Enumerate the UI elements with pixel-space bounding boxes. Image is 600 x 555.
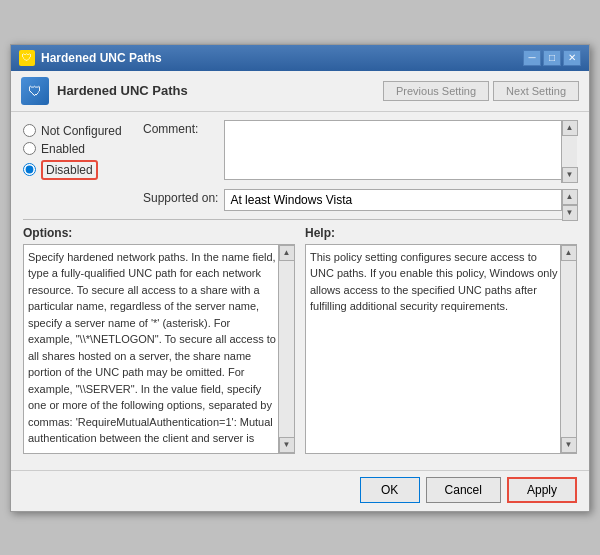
title-bar: 🛡 Hardened UNC Paths ─ □ ✕ bbox=[11, 45, 589, 71]
radio-enabled[interactable]: Enabled bbox=[23, 142, 133, 156]
radio-not-configured-label: Not Configured bbox=[41, 124, 122, 138]
radio-not-configured-input[interactable] bbox=[23, 124, 36, 137]
comment-textarea[interactable] bbox=[224, 120, 577, 180]
help-scroll-down[interactable]: ▼ bbox=[561, 437, 577, 453]
help-box: This policy setting configures secure ac… bbox=[305, 244, 577, 454]
help-content: This policy setting configures secure ac… bbox=[310, 249, 572, 449]
comment-row: Comment: ▲ ▼ bbox=[143, 120, 577, 183]
content-area: Not Configured Enabled Disabled Comment: bbox=[11, 112, 589, 470]
window-title: Hardened UNC Paths bbox=[41, 51, 162, 65]
next-setting-button[interactable]: Next Setting bbox=[493, 81, 579, 101]
help-scroll-track bbox=[561, 261, 576, 437]
maximize-button[interactable]: □ bbox=[543, 50, 561, 66]
two-column: Options: Specify hardened network paths.… bbox=[23, 226, 577, 454]
ok-button[interactable]: OK bbox=[360, 477, 420, 503]
supported-value: At least Windows Vista bbox=[224, 189, 577, 211]
comment-container: ▲ ▼ bbox=[224, 120, 577, 183]
radio-group: Not Configured Enabled Disabled bbox=[23, 120, 133, 211]
options-column: Options: Specify hardened network paths.… bbox=[23, 226, 295, 454]
main-window: 🛡 Hardened UNC Paths ─ □ ✕ 🛡 Hardened UN… bbox=[10, 44, 590, 512]
header-bar: 🛡 Hardened UNC Paths Previous Setting Ne… bbox=[11, 71, 589, 112]
scroll-track bbox=[562, 136, 577, 167]
comment-label: Comment: bbox=[143, 120, 218, 136]
comment-scrollbar[interactable]: ▲ ▼ bbox=[561, 120, 577, 183]
header-title: Hardened UNC Paths bbox=[57, 83, 188, 98]
title-bar-left: 🛡 Hardened UNC Paths bbox=[19, 50, 162, 66]
options-header: Options: bbox=[23, 226, 295, 240]
radio-enabled-input[interactable] bbox=[23, 142, 36, 155]
scroll-up-arrow[interactable]: ▲ bbox=[562, 120, 578, 136]
header-buttons: Previous Setting Next Setting bbox=[383, 81, 579, 101]
title-controls: ─ □ ✕ bbox=[523, 50, 581, 66]
window-body: Not Configured Enabled Disabled Comment: bbox=[11, 112, 589, 511]
radio-enabled-label: Enabled bbox=[41, 142, 85, 156]
window-icon: 🛡 bbox=[19, 50, 35, 66]
supported-row: Supported on: At least Windows Vista ▲ ▼ bbox=[143, 189, 577, 211]
scroll-down-arrow[interactable]: ▼ bbox=[562, 167, 578, 183]
radio-disabled-label: Disabled bbox=[41, 160, 98, 180]
options-scroll-up[interactable]: ▲ bbox=[279, 245, 295, 261]
help-header: Help: bbox=[305, 226, 577, 240]
cancel-button[interactable]: Cancel bbox=[426, 477, 501, 503]
radio-not-configured[interactable]: Not Configured bbox=[23, 124, 133, 138]
options-scroll-down[interactable]: ▼ bbox=[279, 437, 295, 453]
header-left: 🛡 Hardened UNC Paths bbox=[21, 77, 188, 105]
help-scrollbar[interactable]: ▲ ▼ bbox=[560, 245, 576, 453]
supported-scrollbar[interactable]: ▲ ▼ bbox=[561, 189, 577, 211]
radio-disabled-input[interactable] bbox=[23, 163, 36, 176]
options-scrollbar[interactable]: ▲ ▼ bbox=[278, 245, 294, 453]
supported-scroll-up[interactable]: ▲ bbox=[562, 189, 578, 205]
radio-disabled[interactable]: Disabled bbox=[23, 160, 133, 180]
right-section: Comment: ▲ ▼ Supported on: bbox=[143, 120, 577, 211]
divider bbox=[23, 219, 577, 220]
apply-button[interactable]: Apply bbox=[507, 477, 577, 503]
minimize-button[interactable]: ─ bbox=[523, 50, 541, 66]
supported-label: Supported on: bbox=[143, 189, 218, 205]
options-content: Specify hardened network paths. In the n… bbox=[28, 249, 290, 449]
close-button[interactable]: ✕ bbox=[563, 50, 581, 66]
footer: OK Cancel Apply bbox=[11, 470, 589, 511]
options-scroll-track bbox=[279, 261, 294, 437]
previous-setting-button[interactable]: Previous Setting bbox=[383, 81, 489, 101]
help-scroll-up[interactable]: ▲ bbox=[561, 245, 577, 261]
supported-scroll-down[interactable]: ▼ bbox=[562, 205, 578, 221]
help-column: Help: This policy setting configures sec… bbox=[305, 226, 577, 454]
options-box: Specify hardened network paths. In the n… bbox=[23, 244, 295, 454]
top-section: Not Configured Enabled Disabled Comment: bbox=[23, 120, 577, 211]
supported-container: At least Windows Vista ▲ ▼ bbox=[224, 189, 577, 211]
header-icon: 🛡 bbox=[21, 77, 49, 105]
